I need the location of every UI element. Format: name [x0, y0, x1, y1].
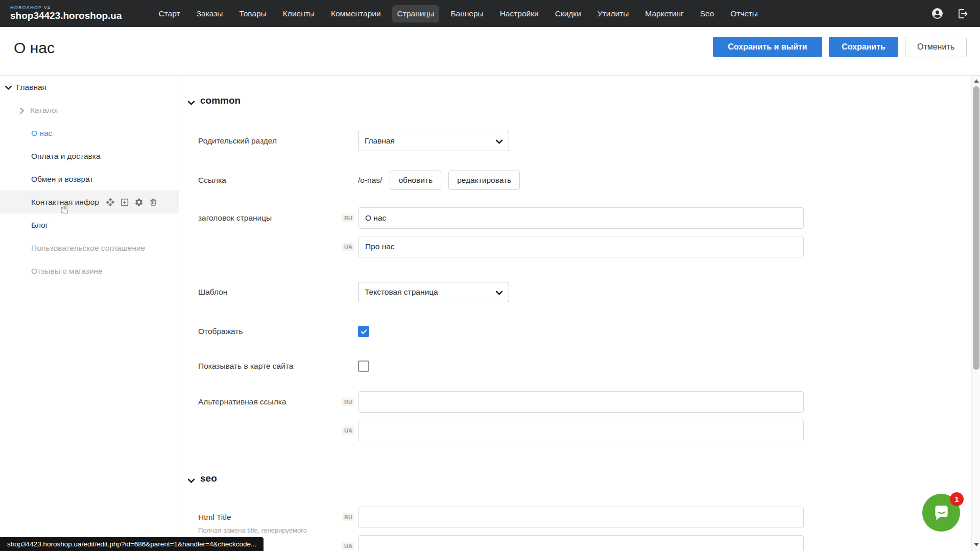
- alt-link-ua-input[interactable]: [358, 420, 804, 441]
- html-title-row: Html Title Полная замена title, генериру…: [188, 507, 971, 551]
- top-navigation-bar: HOROSHOP V4 shop34423.horoshop.ua Старт …: [0, 0, 980, 27]
- tree-item-oplata[interactable]: Оплата и доставка: [0, 145, 179, 167]
- menu-item-utilities[interactable]: Утилиты: [592, 5, 634, 22]
- field-label: Родительский раздел: [198, 136, 342, 146]
- lang-badge-ru: RU: [342, 214, 354, 222]
- page-title-row: заголовок страницы RU UA: [188, 207, 971, 257]
- menu-item-pages[interactable]: Страницы: [392, 5, 440, 22]
- field-label: заголовок страницы: [198, 207, 342, 257]
- tree-item-obmen[interactable]: Обмен и возврат: [0, 167, 179, 190]
- tree-item-o-nas[interactable]: О нас: [0, 122, 179, 145]
- display-checkbox[interactable]: [358, 326, 369, 337]
- alt-link-row: Альтернативная ссылка RU UA: [188, 391, 971, 441]
- menu-item-orders[interactable]: Заказы: [192, 5, 228, 22]
- section-common[interactable]: common: [188, 95, 971, 106]
- save-button[interactable]: Сохранить: [829, 37, 898, 57]
- template-row: Шаблон Текстовая страница: [188, 282, 971, 302]
- tree-item-label: О нас: [31, 129, 52, 138]
- parent-section-select[interactable]: Главная: [358, 131, 509, 151]
- refresh-link-button[interactable]: обновить: [390, 171, 441, 190]
- menu-item-products[interactable]: Товары: [234, 5, 271, 22]
- chevron-down-icon[interactable]: [5, 84, 12, 90]
- tree-item-kontaktnaya[interactable]: Контактная инфор ☝: [0, 190, 179, 213]
- settings-icon[interactable]: [134, 197, 144, 207]
- chevron-down-icon: [188, 475, 195, 482]
- scroll-down-icon[interactable]: [972, 540, 980, 549]
- display-row: Отображать: [188, 326, 971, 337]
- section-title: common: [200, 95, 241, 106]
- menu-item-settings[interactable]: Настройки: [495, 5, 544, 22]
- menu-item-clients[interactable]: Клиенты: [278, 5, 320, 22]
- move-icon[interactable]: [106, 197, 115, 207]
- account-icon[interactable]: [931, 7, 944, 20]
- field-label: Отображать: [198, 327, 342, 336]
- menu-item-discounts[interactable]: Скидки: [550, 5, 586, 22]
- menu-item-start[interactable]: Старт: [154, 5, 185, 22]
- page-title-ru-input[interactable]: [358, 207, 804, 229]
- chevron-right-icon[interactable]: [19, 107, 26, 113]
- lang-line-ua: UA: [342, 535, 804, 551]
- tree-item-glavnaya[interactable]: Главная: [0, 76, 179, 99]
- tree-item-label: Отзывы о магазине: [31, 267, 103, 276]
- field-label: Показывать в карте сайта: [198, 362, 342, 371]
- delete-icon[interactable]: [149, 197, 158, 207]
- tree-item-actions: [106, 197, 158, 207]
- alt-link-inputs: RU UA: [342, 391, 804, 441]
- select-value: Главная: [365, 136, 395, 146]
- page-edit-form: common Родительский раздел Главная Ссылк…: [180, 76, 971, 551]
- tree-item-label: Обмен и возврат: [31, 175, 93, 184]
- brand-logo[interactable]: HOROSHOP V4 shop34423.horoshop.ua: [10, 6, 122, 21]
- save-and-exit-button[interactable]: Сохранить и выйти: [713, 37, 822, 57]
- tree-item-blog[interactable]: Блог: [0, 213, 179, 236]
- page-title-ua-input[interactable]: [358, 236, 804, 257]
- sitemap-checkbox[interactable]: [358, 361, 369, 372]
- lang-badge-ua: UA: [342, 243, 354, 251]
- field-label: Шаблон: [198, 288, 342, 297]
- field-hint: Полная замена title, генерируемого: [198, 526, 326, 535]
- parent-section-row: Родительский раздел Главная: [188, 131, 971, 151]
- lang-line-ru: RU: [342, 207, 804, 229]
- menu-item-marketing[interactable]: Маркетинг: [640, 5, 688, 22]
- link-row: Ссылка /o-nas/ обновить редактировать: [188, 171, 971, 190]
- pages-tree-sidebar: Главная Каталог О нас Оплата и доставка …: [0, 76, 179, 551]
- section-seo[interactable]: seo: [188, 473, 971, 484]
- lang-badge-ua: UA: [342, 426, 354, 435]
- tree-item-otzyvy[interactable]: Отзывы о магазине: [0, 259, 179, 282]
- page-header: О нас Сохранить и выйти Сохранить Отмени…: [0, 27, 980, 76]
- html-title-ru-input[interactable]: [358, 507, 804, 528]
- link-controls: /o-nas/ обновить редактировать: [358, 171, 520, 190]
- lang-line-ua: UA: [342, 236, 804, 257]
- lang-badge-ua: UA: [342, 542, 354, 550]
- tree-item-label: Пользовательское соглашение: [31, 244, 145, 253]
- menu-item-seo[interactable]: Seo: [695, 5, 720, 22]
- menu-item-banners[interactable]: Баннеры: [445, 5, 488, 22]
- brand-domain: shop34423.horoshop.ua: [10, 11, 122, 21]
- lang-badge-ru: RU: [342, 398, 354, 406]
- alt-link-ru-input[interactable]: [358, 391, 804, 413]
- topbar-right-controls: [931, 7, 973, 20]
- vertical-scrollbar[interactable]: [971, 76, 980, 551]
- lang-badge-ru: RU: [342, 513, 354, 521]
- header-actions: Сохранить и выйти Сохранить Отменить: [713, 37, 967, 57]
- chevron-down-icon: [496, 289, 503, 296]
- tree-item-katalog[interactable]: Каталог: [0, 99, 179, 122]
- chat-button[interactable]: 1: [922, 494, 960, 532]
- tree-item-label: Каталог: [30, 106, 59, 115]
- scroll-up-icon[interactable]: [972, 77, 980, 85]
- menu-item-reports[interactable]: Отчеты: [725, 5, 763, 22]
- tree-item-soglashenie[interactable]: Пользовательское соглашение: [0, 236, 179, 259]
- add-icon[interactable]: [120, 197, 130, 207]
- html-title-inputs: RU UA: [342, 507, 804, 551]
- section-title: seo: [200, 473, 217, 484]
- scrollbar-thumb[interactable]: [973, 86, 979, 370]
- chat-unread-badge: 1: [950, 492, 964, 506]
- logout-icon[interactable]: [956, 7, 969, 20]
- cancel-button[interactable]: Отменить: [905, 37, 967, 57]
- template-select[interactable]: Текстовая страница: [358, 282, 509, 302]
- menu-item-comments[interactable]: Комментарии: [326, 5, 386, 22]
- html-title-ua-input[interactable]: [358, 535, 804, 551]
- lang-line-ua: UA: [342, 420, 804, 441]
- edit-link-button[interactable]: редактировать: [448, 171, 520, 190]
- tree-item-label: Контактная инфор: [31, 198, 99, 207]
- chevron-down-icon: [496, 138, 503, 145]
